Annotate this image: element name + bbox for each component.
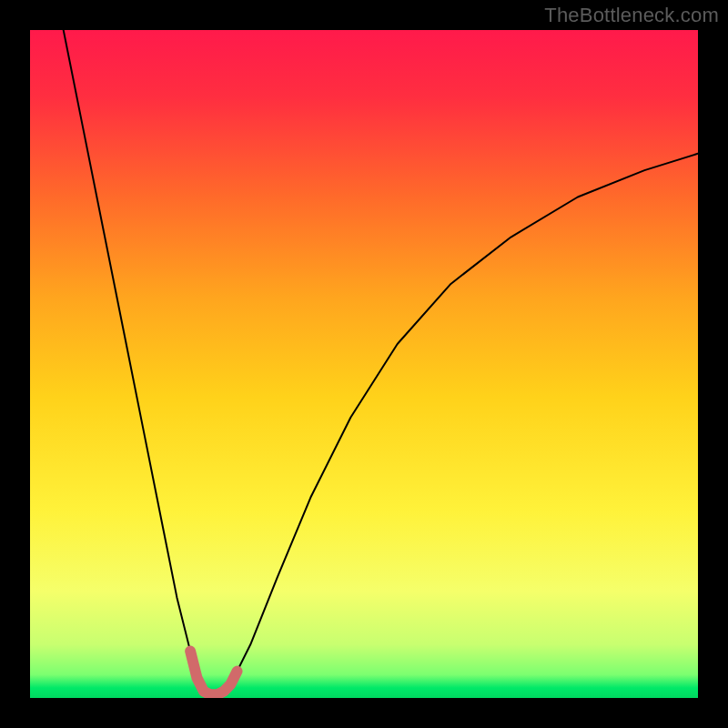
- chart-svg: [30, 30, 698, 698]
- watermark-text: TheBottleneck.com: [544, 4, 719, 27]
- chart-frame: TheBottleneck.com: [0, 0, 728, 728]
- plot-area: [30, 30, 698, 698]
